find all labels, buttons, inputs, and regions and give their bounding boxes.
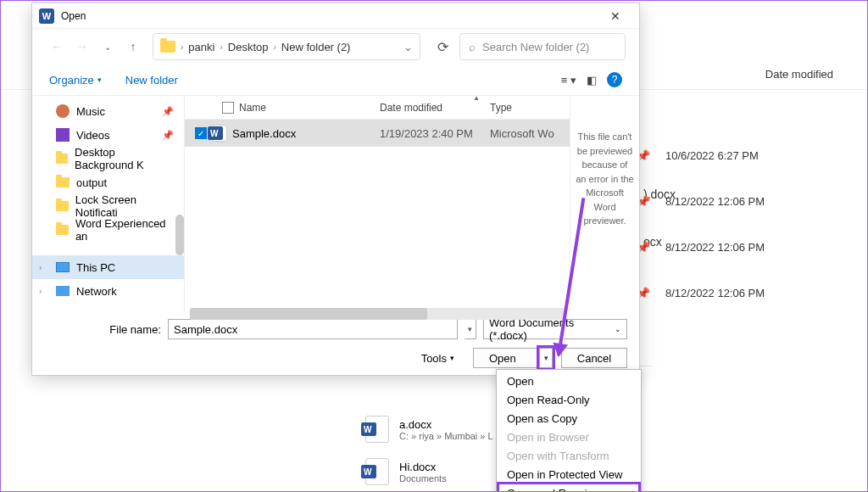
forward-button[interactable]: →	[71, 36, 93, 58]
dd-open-transform: Open with Transform	[498, 446, 639, 465]
dd-open-protected[interactable]: Open in Protected View	[498, 465, 639, 484]
filename-history-dropdown[interactable]: ▾	[465, 319, 476, 339]
sidebar-item-folder[interactable]: Word Experienced an	[32, 218, 184, 242]
word-file-icon	[212, 125, 227, 142]
dd-open-browser: Open in Browser	[498, 428, 639, 446]
column-headers[interactable]: ▲ Name Date modified Type	[185, 96, 570, 120]
select-all-checkbox[interactable]	[222, 102, 234, 114]
chevron-right-icon[interactable]: ›	[39, 263, 42, 272]
pin-icon: 📌	[162, 130, 174, 141]
filetype-select[interactable]: Word Documents (*.docx)⌄	[483, 319, 627, 339]
folder-icon	[56, 177, 70, 187]
dialog-footer: File name: ▾ Word Documents (*.docx)⌄ To…	[32, 312, 639, 375]
word-file-icon	[365, 416, 389, 443]
pc-icon	[56, 262, 70, 272]
help-icon[interactable]: ?	[607, 72, 622, 87]
sidebar-item-music[interactable]: Music📌	[32, 99, 184, 123]
sidebar-item-folder[interactable]: output	[32, 171, 184, 194]
music-icon	[56, 104, 70, 118]
dd-open-copy[interactable]: Open as Copy	[498, 409, 639, 428]
preview-pane-icon[interactable]: ◧	[587, 74, 597, 87]
filename-input[interactable]	[168, 319, 458, 339]
search-icon: ⌕	[469, 41, 476, 53]
file-checkbox[interactable]: ✓	[195, 127, 207, 139]
sort-indicator-icon: ▲	[473, 94, 480, 102]
dd-open[interactable]: Open	[498, 372, 639, 390]
nav-bar: ← → ⌄ ↑ › panki › Desktop › New folder (…	[32, 29, 639, 64]
folder-icon	[56, 225, 69, 235]
folder-icon	[160, 41, 175, 53]
file-list: ▲ Name Date modified Type ✓ Sample.docx …	[185, 96, 570, 312]
titlebar[interactable]: W Open ✕	[32, 3, 639, 29]
refresh-button[interactable]: ⟳	[429, 39, 456, 55]
view-list-icon[interactable]: ≡ ▾	[561, 74, 576, 87]
new-folder-button[interactable]: New folder	[125, 74, 178, 87]
dd-open-readonly[interactable]: Open Read-Only	[498, 390, 639, 409]
recent-dropdown[interactable]: ⌄	[97, 36, 119, 58]
scrollbar[interactable]	[175, 215, 184, 255]
video-icon	[56, 128, 70, 142]
close-button[interactable]: ✕	[598, 9, 632, 23]
sidebar-item-folder[interactable]: Lock Screen Notificati	[32, 194, 184, 218]
word-file-icon	[365, 458, 389, 485]
horizontal-scrollbar[interactable]	[190, 308, 565, 320]
pin-icon: 📌	[162, 106, 174, 117]
file-row[interactable]: ✓ Sample.docx 1/19/2023 2:40 PM Microsof…	[185, 120, 570, 147]
chevron-down-icon[interactable]: ⌄	[403, 41, 413, 53]
bg-file-dates: 📌10/6/2022 6:27 PM 📌8/12/2022 12:06 PM 📌…	[637, 132, 857, 316]
word-logo-icon: W	[39, 8, 54, 24]
address-bar[interactable]: › panki › Desktop › New folder (2) ⌄	[153, 33, 420, 60]
open-button[interactable]: Open	[473, 348, 539, 368]
toolbar: Organize▾ New folder ≡ ▾ ◧ ?	[32, 64, 639, 95]
network-icon	[56, 286, 70, 296]
chevron-right-icon[interactable]: ›	[39, 287, 42, 296]
sidebar-item-videos[interactable]: Videos📌	[32, 123, 184, 147]
sidebar: Music📌 Videos📌 Desktop Background K outp…	[32, 96, 185, 312]
sidebar-item-network[interactable]: ›Network	[32, 279, 184, 303]
cancel-button[interactable]: Cancel	[561, 348, 627, 368]
sidebar-item-folder[interactable]: Desktop Background K	[32, 147, 184, 171]
dd-open-repair[interactable]: Open and Repair	[498, 484, 639, 492]
organize-menu[interactable]: Organize▾	[49, 74, 102, 87]
open-dialog: W Open ✕ ← → ⌄ ↑ › panki › Desktop › New…	[31, 3, 640, 376]
up-button[interactable]: ↑	[122, 36, 144, 58]
dialog-title: Open	[61, 10, 598, 22]
folder-icon	[56, 201, 69, 211]
back-button[interactable]: ←	[46, 36, 68, 58]
search-input[interactable]: ⌕ Search New folder (2)	[459, 33, 626, 60]
folder-icon	[56, 154, 68, 164]
open-dropdown-menu: Open Open Read-Only Open as Copy Open in…	[496, 369, 642, 492]
tools-menu[interactable]: Tools▾	[421, 352, 454, 365]
sidebar-item-thispc[interactable]: ›This PC	[32, 255, 184, 279]
filename-label: File name:	[44, 323, 161, 336]
